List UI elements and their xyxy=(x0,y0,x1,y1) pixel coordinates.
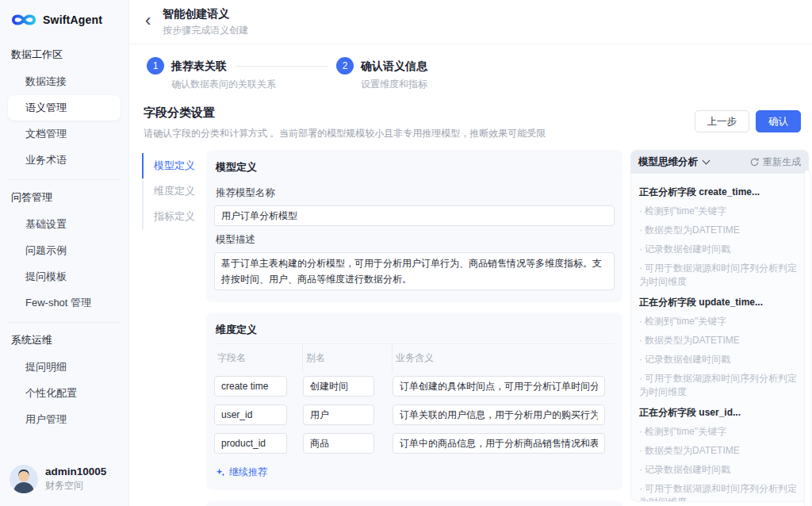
sidebar-nav: 数据工作区 数据连接语义管理文档管理业务术语 问答管理 基础设置问题示例提问模板… xyxy=(0,37,128,455)
dimension-table-body xyxy=(214,372,615,458)
tab-model[interactable]: 模型定义 xyxy=(142,153,204,178)
analysis-bullet: 记录数据创建时间戳 xyxy=(639,353,800,366)
step-indicator: 1 推荐表关联 确认数据表间的关联关系 2 确认语义信息 设置维度和指标 xyxy=(142,54,801,102)
sidebar-section: 数据工作区 数据连接语义管理文档管理业务术语 xyxy=(8,39,121,173)
step-number-badge: 2 xyxy=(336,57,354,75)
step-label: 推荐表关联 xyxy=(171,57,227,75)
analysis-bullet: 可用于数据湖源和时间序列分析判定为时间维度 xyxy=(639,262,800,289)
sidebar-item-user-management[interactable]: 用户管理 xyxy=(8,407,121,432)
field-name-input[interactable] xyxy=(214,433,287,454)
analysis-panel-title: 模型思维分析 xyxy=(638,155,698,169)
field-name-input[interactable] xyxy=(214,404,287,425)
model-name-input[interactable] xyxy=(214,205,615,226)
analysis-panel: 模型思维分析 重新生成 正在分析字段 create_time... 检测到"ti xyxy=(630,150,809,502)
sidebar-item-personalization[interactable]: 个性化配置 xyxy=(8,381,121,406)
alias-input[interactable] xyxy=(303,404,374,425)
sidebar-item-basic-settings[interactable]: 基础设置 xyxy=(8,212,121,237)
form-cards: 模型定义 推荐模型名称 模型描述 维度定义 字段名别名业务含义 xyxy=(206,150,622,506)
dimension-row xyxy=(214,401,615,429)
analysis-bullet: 检测到"time"关键字 xyxy=(639,205,800,218)
alias-input[interactable] xyxy=(303,376,374,397)
sidebar-item-question-details[interactable]: 提问明细 xyxy=(8,355,121,380)
metric-definition-card: 指标定义 计算方式别名趋势属性时点属性 xyxy=(206,500,622,506)
sidebar-section: 系统运维 提问明细个性化配置用户管理 xyxy=(8,322,121,432)
regenerate-button[interactable]: 重新生成 xyxy=(749,155,801,169)
sidebar-section: 问答管理 基础设置问题示例提问模板Few-shot 管理 xyxy=(8,179,121,316)
section-head: 字段分类设置 请确认字段的分类和计算方式 。当前部署的模型规模较小且非专用推理模… xyxy=(142,102,801,150)
sidebar-item-data-connection[interactable]: 数据连接 xyxy=(8,69,121,94)
dimension-row xyxy=(214,372,615,401)
field-name-input[interactable] xyxy=(214,376,287,397)
meaning-input[interactable] xyxy=(393,376,605,397)
divider xyxy=(8,322,121,323)
card-title: 维度定义 xyxy=(214,320,615,342)
sidebar-item-prompt-templates[interactable]: 提问模板 xyxy=(8,264,121,289)
brand-logo: SwiftAgent xyxy=(0,0,128,37)
infinity-logo-icon xyxy=(10,10,38,29)
column-header: 字段名 xyxy=(214,344,303,372)
analysis-heading: 正在分析字段 update_time... xyxy=(639,296,800,309)
analysis-title-toggle[interactable]: 模型思维分析 xyxy=(638,155,709,169)
sidebar-item-semantic-management[interactable]: 语义管理 xyxy=(8,95,121,121)
page-header-title: 智能创建语义 xyxy=(163,7,248,21)
step-description: 确认数据表间的关联关系 xyxy=(171,78,336,91)
app-window: SwiftAgent 数据工作区 数据连接语义管理文档管理业务术语 问答管理 基… xyxy=(0,0,812,506)
column-header: 业务含义 xyxy=(393,344,615,372)
model-desc-label: 模型描述 xyxy=(216,233,613,247)
card-title: 模型定义 xyxy=(214,158,615,179)
sidebar-item-business-terms[interactable]: 业务术语 xyxy=(8,148,121,173)
analysis-bullet: 数据类型为DATETIME xyxy=(639,444,800,458)
meaning-input[interactable] xyxy=(393,433,605,454)
main-area: ‹ 智能创建语义 按步骤完成语义创建 1 推荐表关联 确认数据表间的关联关系 2… xyxy=(129,0,812,506)
continue-recommend-link[interactable]: 继续推荐 xyxy=(214,458,269,481)
analysis-block: 正在分析字段 user_id... 检测到"time"关键字数据类型为DATET… xyxy=(639,406,800,502)
sparkle-icon xyxy=(216,468,225,477)
sidebar-section-title: 数据工作区 xyxy=(8,39,121,68)
user-profile[interactable]: admin10005 财务空间 xyxy=(0,455,128,506)
content: 1 推荐表关联 确认数据表间的关联关系 2 确认语义信息 设置维度和指标 字段分… xyxy=(129,44,812,506)
analysis-log: 正在分析字段 create_time... 检测到"time"关键字数据类型为D… xyxy=(630,174,809,502)
back-button[interactable]: ‹ xyxy=(145,12,151,32)
step: 1 推荐表关联 确认数据表间的关联关系 xyxy=(147,57,336,91)
page-description: 请确认字段的分类和计算方式 。当前部署的模型规模较小且非专用推理模型，推断效果可… xyxy=(144,127,546,140)
topbar: ‹ 智能创建语义 按步骤完成语义创建 xyxy=(129,0,812,44)
tab-dimension[interactable]: 维度定义 xyxy=(142,178,204,204)
analysis-bullet: 可用于数据湖源和时间序列分析判定为时间维度 xyxy=(639,482,800,502)
model-desc-textarea[interactable] xyxy=(214,252,615,290)
step-number-badge: 1 xyxy=(147,57,164,75)
sidebar-section-title: 系统运维 xyxy=(8,324,121,354)
action-buttons: 上一步 确认 xyxy=(695,110,802,132)
prev-step-button[interactable]: 上一步 xyxy=(695,110,750,132)
step: 2 确认语义信息 设置维度和指标 xyxy=(336,57,427,91)
dimension-definition-card: 维度定义 字段名别名业务含义 继续推荐 xyxy=(206,312,622,490)
analysis-bullet: 记录数据创建时间戳 xyxy=(639,243,800,256)
confirm-button[interactable]: 确认 xyxy=(756,110,801,132)
sidebar-item-few-shot[interactable]: Few-shot 管理 xyxy=(8,290,121,316)
tab-metric[interactable]: 指标定义 xyxy=(142,204,204,229)
workspace: 模型定义维度定义指标定义 模型定义 推荐模型名称 模型描述 维度定义 字段名别名… xyxy=(142,150,801,506)
analysis-bullet: 检测到"time"关键字 xyxy=(639,315,800,328)
alias-input[interactable] xyxy=(303,433,374,454)
analysis-bullet: 记录数据创建时间戳 xyxy=(639,463,800,477)
sidebar-section-title: 问答管理 xyxy=(8,182,121,211)
page-title: 字段分类设置 xyxy=(144,105,546,121)
sidebar-item-document-management[interactable]: 文档管理 xyxy=(8,121,121,147)
sidebar: SwiftAgent 数据工作区 数据连接语义管理文档管理业务术语 问答管理 基… xyxy=(0,0,129,506)
chevron-down-icon xyxy=(703,156,710,164)
avatar xyxy=(10,465,38,493)
divider xyxy=(8,179,121,180)
column-header: 别名 xyxy=(303,344,393,372)
analysis-block: 正在分析字段 create_time... 检测到"time"关键字数据类型为D… xyxy=(639,186,800,289)
brand-name: SwiftAgent xyxy=(43,13,102,26)
step-description: 设置维度和指标 xyxy=(361,78,427,91)
step-label: 确认语义信息 xyxy=(361,57,427,75)
sidebar-item-question-examples[interactable]: 问题示例 xyxy=(8,238,121,263)
model-definition-card: 模型定义 推荐模型名称 模型描述 xyxy=(206,150,622,302)
analysis-heading: 正在分析字段 user_id... xyxy=(639,406,800,420)
analysis-heading: 正在分析字段 create_time... xyxy=(639,186,800,199)
scrollbar[interactable] xyxy=(804,170,811,506)
refresh-icon xyxy=(749,157,760,167)
analysis-bullet: 数据类型为DATETIME xyxy=(639,334,800,347)
page-header-subtitle: 按步骤完成语义创建 xyxy=(163,24,248,37)
meaning-input[interactable] xyxy=(393,404,605,425)
